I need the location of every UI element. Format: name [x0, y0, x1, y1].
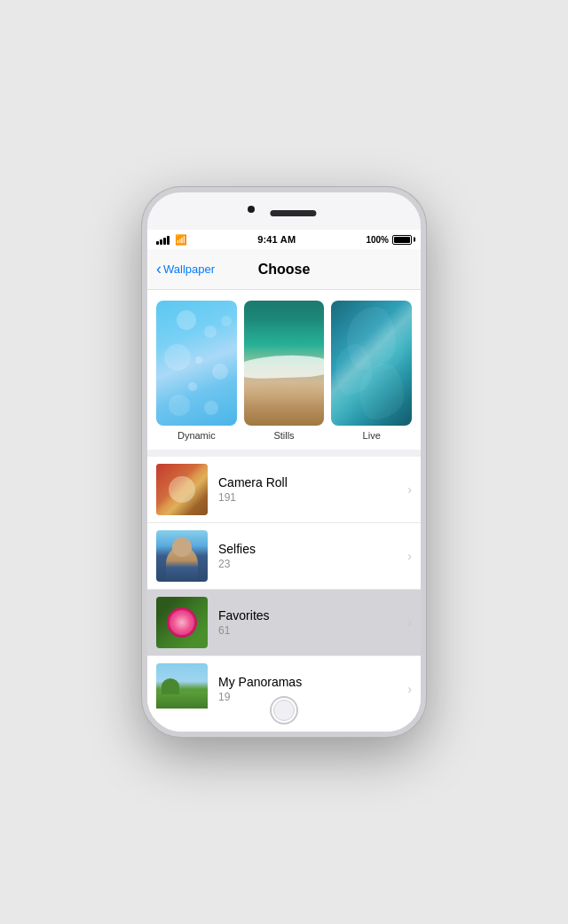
album-name-camera-roll: Camera Roll: [218, 475, 402, 489]
wallpaper-item-stills[interactable]: Stills: [244, 301, 325, 441]
wallpaper-thumb-stills: [244, 301, 325, 426]
speaker-grille: [270, 210, 316, 216]
album-info-selfies: Selfies 23: [218, 542, 402, 570]
signal-bar-2: [160, 239, 162, 245]
status-time: 9:41 AM: [257, 234, 296, 245]
wallpaper-grid-section: Dynamic Stills: [147, 290, 421, 450]
album-info-favorites: Favorites 61: [218, 608, 402, 637]
wallpaper-label-live: Live: [363, 430, 381, 441]
back-label: Wallpaper: [163, 262, 215, 276]
front-camera: [248, 206, 255, 213]
wallpaper-thumb-live: [331, 301, 412, 426]
battery-icon: [392, 235, 412, 245]
volume-up-button[interactable]: [142, 308, 145, 347]
album-thumb-selfies: [156, 530, 208, 582]
album-info-panoramas: My Panoramas 19: [218, 675, 402, 703]
screen: 📶 9:41 AM 100% ‹ Wallpaper Choose: [147, 230, 421, 732]
album-item-camera-roll[interactable]: Camera Roll 191 ›: [147, 457, 421, 523]
signal-bar-3: [163, 238, 166, 245]
status-left: 📶: [156, 234, 187, 246]
home-button[interactable]: [270, 696, 298, 724]
signal-bar-4: [167, 236, 170, 245]
phone-shell: 📶 9:41 AM 100% ‹ Wallpaper Choose: [142, 187, 426, 737]
scroll-content: Dynamic Stills: [147, 290, 421, 709]
wallpaper-label-stills: Stills: [273, 430, 294, 441]
wallpaper-grid: Dynamic Stills: [156, 301, 412, 441]
back-button[interactable]: ‹ Wallpaper: [156, 262, 215, 277]
page-title: Choose: [258, 262, 311, 278]
wallpaper-label-dynamic: Dynamic: [178, 430, 216, 441]
wallpaper-thumb-dynamic: [156, 301, 237, 426]
album-thumb-camera-roll: [156, 464, 208, 515]
album-count-camera-roll: 191: [218, 491, 402, 504]
album-list: Camera Roll 191 › Selfi: [147, 457, 421, 709]
album-item-selfies[interactable]: Selfies 23 ›: [147, 523, 421, 590]
phone-top-area: [147, 192, 421, 230]
wallpaper-item-live[interactable]: Live: [331, 301, 412, 441]
album-item-favorites[interactable]: Favorites 61 ›: [147, 590, 421, 656]
nav-bar: ‹ Wallpaper Choose: [147, 249, 421, 290]
chevron-right-icon: ›: [407, 549, 412, 563]
album-name-favorites: Favorites: [218, 608, 402, 623]
album-info-camera-roll: Camera Roll 191: [218, 475, 402, 504]
volume-down-button[interactable]: [142, 354, 145, 393]
album-count-panoramas: 19: [218, 691, 402, 703]
power-button[interactable]: [423, 299, 426, 345]
wifi-icon: 📶: [175, 234, 187, 246]
album-name-panoramas: My Panoramas: [218, 675, 402, 689]
signal-bar-1: [156, 241, 159, 245]
mute-button[interactable]: [142, 272, 145, 297]
album-name-selfies: Selfies: [218, 542, 402, 556]
signal-bars: [156, 234, 170, 245]
wallpaper-item-dynamic[interactable]: Dynamic: [156, 301, 237, 441]
back-chevron-icon: ‹: [156, 261, 162, 277]
album-count-selfies: 23: [218, 558, 402, 570]
battery-percent: 100%: [366, 235, 389, 245]
chevron-right-icon: ›: [407, 615, 412, 630]
album-thumb-panoramas: [156, 663, 208, 709]
chevron-right-icon: ›: [407, 482, 412, 497]
status-bar: 📶 9:41 AM 100%: [147, 230, 421, 249]
album-thumb-favorites: [156, 597, 208, 648]
album-count-favorites: 61: [218, 624, 402, 637]
chevron-right-icon: ›: [407, 682, 412, 696]
status-right: 100%: [366, 235, 412, 245]
